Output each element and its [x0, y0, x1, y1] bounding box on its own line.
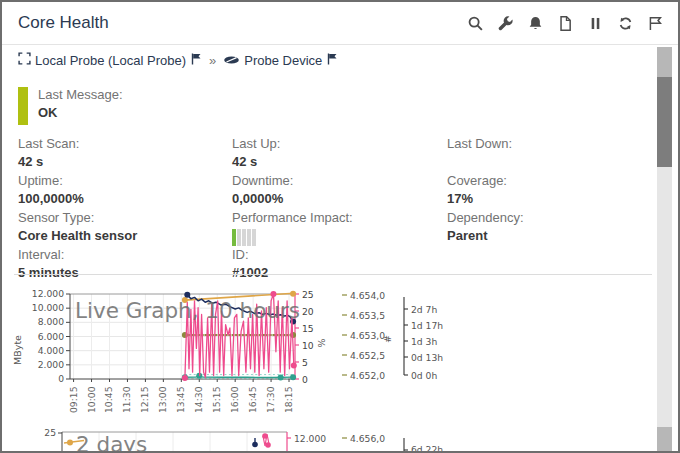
field-value: [447, 154, 648, 169]
field-label: Uptime:: [18, 173, 232, 188]
svg-text:4.652,0: 4.652,0: [350, 370, 385, 381]
field-label: Last Down:: [447, 136, 648, 151]
bell-icon[interactable]: [527, 15, 544, 32]
field-cell: Dependency:Parent: [447, 210, 648, 243]
field-value: 42 s: [232, 154, 447, 169]
svg-text:4.000: 4.000: [38, 345, 64, 356]
field-label: Coverage:: [447, 173, 648, 188]
breadcrumb-separator: »: [207, 53, 218, 68]
field-cell: Coverage:17%: [447, 173, 648, 206]
breadcrumb: Local Probe (Local Probe) » Probe Device: [18, 52, 338, 68]
svg-text:10:00: 10:00: [86, 386, 97, 413]
field-cell: Uptime:100,0000%: [18, 173, 232, 206]
svg-text:6d 22h: 6d 22h: [411, 444, 443, 453]
document-icon[interactable]: [557, 15, 574, 32]
svg-text:4.656,0: 4.656,0: [350, 433, 385, 444]
svg-text:10:45: 10:45: [103, 386, 114, 413]
svg-text:8.000: 8.000: [38, 316, 64, 327]
field-value: Parent: [447, 228, 648, 243]
svg-text:0d 0h: 0d 0h: [411, 370, 437, 381]
field-label: Interval:: [18, 247, 232, 262]
svg-text:0d 13h: 0d 13h: [411, 352, 443, 363]
svg-text:Live Graph, 10 hours: Live Graph, 10 hours: [75, 298, 300, 323]
two-days-graph[interactable]: 2512.0004.656,06d 22h2 days: [12, 426, 652, 453]
performance-impact-bars: [232, 229, 447, 246]
svg-text:09:15: 09:15: [68, 386, 79, 413]
page-title: Core Health: [18, 13, 109, 33]
field-label: Downtime:: [232, 173, 447, 188]
field-label: Dependency:: [447, 210, 648, 225]
svg-text:12:15: 12:15: [139, 386, 150, 413]
field-value: 42 s: [18, 154, 232, 169]
field-label: Last Scan:: [18, 136, 232, 151]
field-cell: Last Scan:42 s: [18, 136, 232, 169]
divider: [14, 274, 652, 275]
toolbar: [467, 15, 666, 32]
field-value: 5 minutes: [18, 265, 232, 280]
field-value: Core Health sensor: [18, 228, 232, 243]
last-message-label: Last Message:: [38, 87, 123, 102]
svg-text:5: 5: [302, 357, 308, 368]
svg-text:#: #: [382, 335, 393, 343]
svg-text:1d 17h: 1d 17h: [411, 320, 443, 331]
device-state-flag-icon: [326, 52, 338, 68]
breadcrumb-item-device[interactable]: Probe Device: [223, 52, 338, 68]
svg-text:12.000: 12.000: [294, 433, 326, 444]
device-icon: [223, 53, 240, 68]
svg-text:17:30: 17:30: [265, 386, 276, 413]
svg-text:4.652,5: 4.652,5: [350, 350, 385, 361]
svg-text:16:45: 16:45: [247, 386, 258, 413]
svg-text:16:00: 16:00: [229, 386, 240, 413]
field-cell: Performance Impact:: [232, 210, 447, 243]
svg-text:4.653,5: 4.653,5: [350, 310, 385, 321]
flag-icon[interactable]: [647, 15, 664, 32]
svg-text:MByte: MByte: [12, 335, 23, 365]
titlebar: Core Health: [2, 2, 678, 45]
svg-text:14:30: 14:30: [193, 386, 204, 413]
svg-text:0: 0: [302, 374, 308, 385]
svg-text:12.000: 12.000: [32, 288, 64, 299]
field-label: ID:: [232, 247, 447, 262]
field-cell: Downtime:0,0000%: [232, 173, 447, 206]
last-message-value: OK: [38, 105, 123, 120]
refresh-icon[interactable]: [617, 15, 634, 32]
field-cell: ID:#1002: [232, 247, 447, 280]
status-color-bar: [18, 87, 28, 125]
field-cell: Last Down:: [447, 136, 648, 169]
live-graph[interactable]: 12.00010.0008.0006.0004.0002.0000MByte09…: [12, 283, 652, 426]
field-label: Sensor Type:: [18, 210, 232, 225]
field-label: Last Up:: [232, 136, 447, 151]
svg-text:18:15: 18:15: [283, 386, 294, 413]
scrollbar-bottom-cap[interactable]: [657, 427, 672, 451]
scrollbar-thumb[interactable]: [657, 77, 672, 167]
svg-text:6.000: 6.000: [38, 331, 64, 342]
svg-text:4.653,0: 4.653,0: [350, 330, 385, 341]
svg-text:25: 25: [44, 427, 56, 438]
svg-text:1d 3h: 1d 3h: [411, 336, 437, 347]
field-label: Performance Impact:: [232, 210, 447, 225]
breadcrumb-label: Local Probe (Local Probe): [35, 53, 186, 68]
svg-text:10.000: 10.000: [32, 302, 64, 313]
field-cell: Last Up:42 s: [232, 136, 447, 169]
svg-text:4.654,0: 4.654,0: [350, 290, 385, 301]
svg-text:11:30: 11:30: [121, 386, 132, 413]
svg-text:15:15: 15:15: [211, 386, 222, 413]
field-value: 100,0000%: [18, 191, 232, 206]
wrench-icon[interactable]: [497, 15, 514, 32]
svg-text:25: 25: [302, 289, 314, 300]
probe-state-flag-icon: [190, 52, 202, 68]
field-value: 17%: [447, 191, 648, 206]
svg-text:10: 10: [302, 340, 314, 351]
scrollbar-top-cap[interactable]: [657, 47, 672, 77]
svg-text:13:00: 13:00: [157, 386, 168, 413]
svg-text:2 days: 2 days: [76, 432, 147, 453]
sensor-fields-grid: Last Scan:42 sLast Up:42 sLast Down:Upti…: [18, 136, 648, 280]
field-cell: Interval:5 minutes: [18, 247, 232, 280]
pause-icon[interactable]: [587, 15, 604, 32]
svg-text:2.000: 2.000: [38, 359, 64, 370]
breadcrumb-label: Probe Device: [244, 53, 322, 68]
probe-icon: [18, 52, 31, 68]
search-icon[interactable]: [467, 15, 484, 32]
vertical-scrollbar[interactable]: [657, 47, 672, 451]
breadcrumb-item-probe[interactable]: Local Probe (Local Probe): [18, 52, 202, 68]
